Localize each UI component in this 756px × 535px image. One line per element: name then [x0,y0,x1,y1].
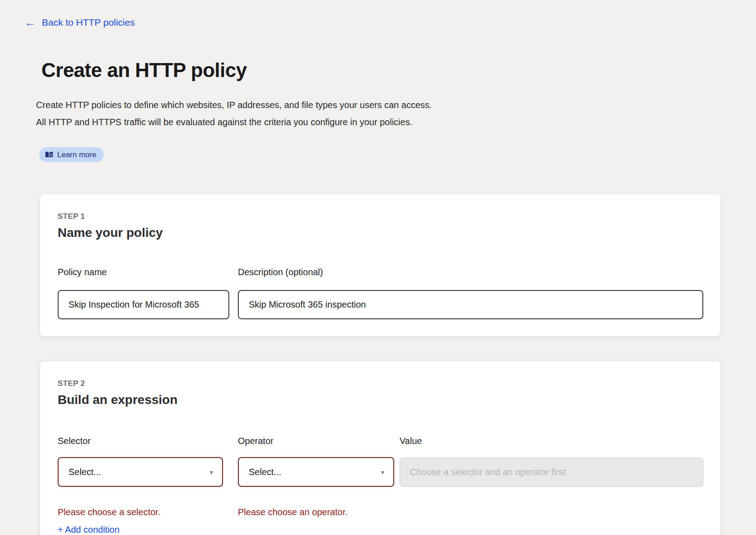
back-to-http-policies-link[interactable]: ← Back to HTTP policies [25,17,135,28]
chevron-down-icon: ▾ [381,469,384,476]
policy-name-input[interactable] [58,290,229,319]
step-2-heading: Build an expression [58,393,178,407]
description-label: Description (optional) [238,267,323,277]
selector-error-message: Please choose a selector. [58,507,160,517]
chevron-down-icon: ▾ [209,469,213,476]
learn-more-button[interactable]: Learn more [39,147,104,162]
selector-label: Selector [58,436,91,446]
operator-error-message: Please choose an operator. [238,507,348,517]
operator-label: Operator [238,436,273,446]
description-input[interactable] [238,290,703,319]
selector-dropdown[interactable]: Select... ▾ [58,457,223,487]
learn-more-label: Learn more [57,150,96,159]
page-description-line-2: All HTTP and HTTPS traffic will be evalu… [36,113,432,131]
step-1-heading: Name your policy [58,226,163,240]
step-2-label: STEP 2 [58,379,85,388]
policy-name-label: Policy name [58,267,107,277]
back-arrow-icon: ← [25,17,36,28]
step-1-card: STEP 1 Name your policy Policy name Desc… [40,194,721,337]
page-description-line-1: Create HTTP policies to define which web… [36,96,432,113]
value-label: Value [400,436,422,446]
step-1-label: STEP 1 [58,212,85,221]
operator-dropdown[interactable]: Select... ▾ [238,457,394,487]
back-link-label: Back to HTTP policies [42,17,135,28]
value-input[interactable] [400,458,703,487]
page-title: Create an HTTP policy [41,59,247,82]
step-2-card: STEP 2 Build an expression Selector Oper… [40,361,721,535]
add-condition-link[interactable]: + Add condition [58,525,119,535]
operator-dropdown-value: Select... [249,467,281,477]
page-description: Create HTTP policies to define which web… [36,96,432,131]
selector-dropdown-value: Select... [68,467,101,477]
book-icon [45,151,53,159]
